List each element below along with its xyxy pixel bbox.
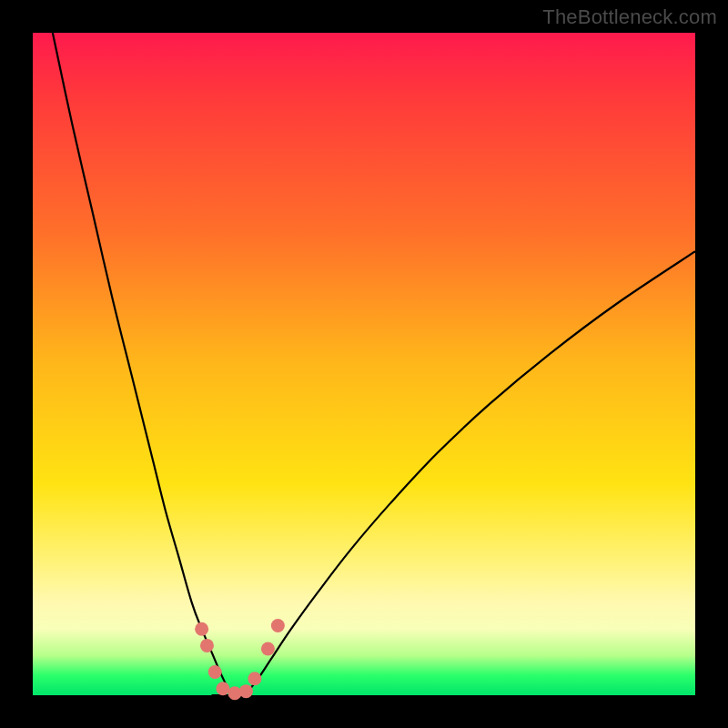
attribution-text: TheBottleneck.com [542, 5, 717, 29]
left-curve [53, 33, 232, 695]
chart-frame: TheBottleneck.com [0, 0, 728, 728]
right-curve [245, 251, 695, 695]
valley-marker [261, 642, 275, 656]
valley-marker [248, 672, 261, 685]
valley-marker [216, 682, 229, 695]
valley-marker [208, 665, 222, 679]
valley-marker [271, 619, 285, 632]
valley-marker [239, 684, 253, 698]
curves-svg [33, 33, 695, 695]
valley-marker [200, 639, 214, 652]
valley-marker [195, 622, 208, 636]
plot-area [33, 33, 695, 695]
